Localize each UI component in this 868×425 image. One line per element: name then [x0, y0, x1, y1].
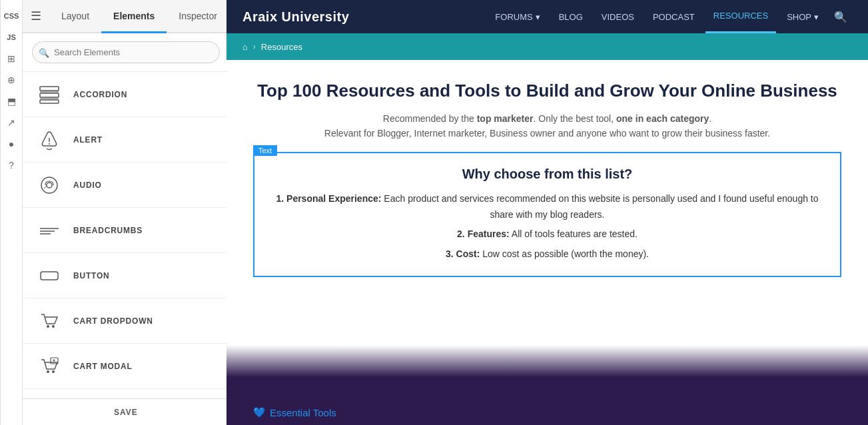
- element-accordion[interactable]: ACCORDION: [23, 72, 229, 117]
- forums-dropdown-icon: ▾: [536, 12, 540, 22]
- site-logo: Araix University: [242, 9, 349, 25]
- essential-tools[interactable]: 💙 Essential Tools: [253, 406, 336, 418]
- tab-elements[interactable]: Elements: [101, 0, 167, 33]
- search-icon: 🔍: [39, 47, 49, 57]
- svg-point-14: [47, 325, 49, 328]
- cart-modal-icon: [36, 353, 63, 380]
- page-title: Top 100 Resources and Tools to Build and…: [253, 80, 841, 103]
- button-label: BUTTON: [73, 271, 110, 280]
- nav-podcast[interactable]: PODCAST: [645, 0, 703, 33]
- page-body: Top 100 Resources and Tools to Build and…: [226, 60, 868, 345]
- tab-bar: ☰ Layout Elements Inspector: [23, 0, 229, 33]
- cart-dropdown-icon: [36, 308, 63, 334]
- main-content: Araix University FORUMS ▾ BLOG VIDEOS PO…: [226, 0, 868, 425]
- tab-inspector[interactable]: Inspector: [167, 0, 229, 33]
- breadcrumb-bar: ⌂ › Resources: [226, 33, 868, 60]
- accordion-icon: [36, 81, 63, 108]
- element-breadcrumbs[interactable]: BREADCRUMBS: [23, 208, 229, 253]
- export-icon[interactable]: ↗: [2, 113, 21, 132]
- nav-forums[interactable]: FORUMS ▾: [487, 0, 548, 33]
- nav-search-icon[interactable]: 🔍: [829, 0, 852, 33]
- nav-shop[interactable]: SHOP ▾: [779, 0, 827, 33]
- nav-blog[interactable]: BLOG: [551, 0, 591, 33]
- breadcrumbs-icon: [36, 217, 63, 244]
- text-badge: Text: [253, 145, 277, 156]
- svg-line-9: [44, 186, 47, 189]
- cart-modal-label: CART MODAL: [73, 362, 133, 371]
- nav-resources[interactable]: RESOURCES: [705, 0, 776, 33]
- audio-label: AUDIO: [73, 181, 102, 190]
- breadcrumbs-label: BREADCRUMBS: [73, 226, 143, 235]
- svg-point-7: [41, 177, 57, 193]
- circle-icon[interactable]: ●: [2, 135, 21, 153]
- alert-label: ALERT: [73, 135, 103, 145]
- essential-tools-label: Essential Tools: [270, 407, 336, 418]
- svg-rect-4: [40, 100, 59, 103]
- svg-point-15: [52, 325, 55, 328]
- element-cart-modal[interactable]: CART MODAL: [23, 344, 229, 389]
- tab-layout[interactable]: Layout: [49, 0, 101, 33]
- cart-dropdown-label: CART DROPDOWN: [73, 316, 153, 326]
- svg-point-17: [52, 370, 55, 373]
- page-subtitle2: Relevant for Blogger, Internet marketer,…: [253, 128, 841, 139]
- save-button[interactable]: SAVE: [23, 398, 229, 425]
- help-icon[interactable]: ?: [2, 156, 21, 175]
- breadcrumb-separator: ›: [253, 42, 256, 51]
- heart-icon: 💙: [253, 406, 266, 418]
- svg-rect-2: [40, 93, 59, 97]
- svg-point-8: [47, 183, 52, 188]
- search-box: 🔍: [23, 33, 229, 72]
- svg-rect-0: [40, 87, 59, 91]
- grid-icon[interactable]: ⊞: [2, 49, 21, 68]
- js-button[interactable]: JS: [2, 28, 21, 47]
- layers-icon[interactable]: ⬒: [2, 92, 21, 111]
- elements-list: ACCORDION ALERT: [23, 72, 229, 398]
- side-strip: CSS JS ⊞ ⊕ ⬒ ↗ ● ?: [0, 0, 23, 425]
- accordion-label: ACCORDION: [73, 90, 127, 99]
- page-subtitle: Recommended by the top marketer. Only th…: [253, 113, 841, 124]
- audio-icon: [36, 172, 63, 199]
- point-3: 3. Cost: Low cost as possible (worth the…: [274, 246, 820, 262]
- point-2: 2. Features: All of tools features are t…: [274, 226, 820, 242]
- element-audio[interactable]: AUDIO: [23, 163, 229, 208]
- breadcrumb-current: Resources: [261, 42, 302, 52]
- add-icon[interactable]: ⊕: [2, 71, 21, 89]
- nav-items: FORUMS ▾ BLOG VIDEOS PODCAST RESOURCES S…: [376, 0, 852, 33]
- button-icon: [36, 262, 63, 289]
- bottom-section: 💙 Essential Tools: [226, 345, 868, 425]
- shop-dropdown-icon: ▾: [814, 12, 819, 22]
- text-box-body: 1. Personal Experience: Each product and…: [274, 191, 820, 262]
- svg-rect-13: [41, 272, 58, 280]
- css-button[interactable]: CSS: [2, 7, 21, 25]
- nav-videos[interactable]: VIDEOS: [594, 0, 642, 33]
- element-cart-dropdown[interactable]: CART DROPDOWN: [23, 298, 229, 344]
- alert-icon: [36, 127, 63, 153]
- text-box[interactable]: Text Why choose from this list? 1. Perso…: [253, 152, 841, 277]
- element-alert[interactable]: ALERT: [23, 117, 229, 163]
- elements-panel: ☰ Layout Elements Inspector 🔍: [23, 0, 229, 425]
- svg-point-16: [47, 370, 49, 373]
- search-input[interactable]: [32, 41, 220, 63]
- top-navigation: Araix University FORUMS ▾ BLOG VIDEOS PO…: [226, 0, 868, 33]
- text-box-title: Why choose from this list?: [274, 167, 820, 182]
- point-1: 1. Personal Experience: Each product and…: [274, 191, 820, 223]
- svg-point-6: [49, 143, 50, 145]
- element-button[interactable]: BUTTON: [23, 253, 229, 298]
- breadcrumb-home[interactable]: ⌂: [242, 42, 248, 52]
- hamburger-menu[interactable]: ☰: [23, 9, 49, 23]
